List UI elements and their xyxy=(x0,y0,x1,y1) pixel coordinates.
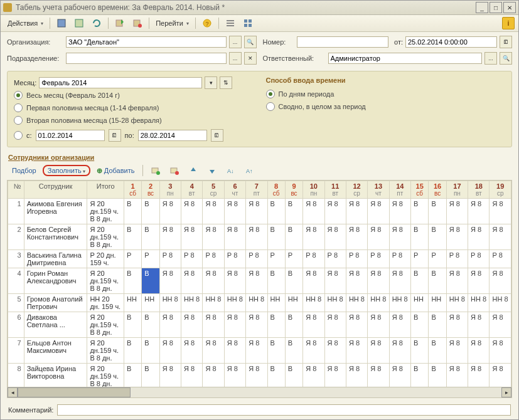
day-cell[interactable]: В xyxy=(267,268,285,294)
day-cell[interactable]: Я 8 xyxy=(224,268,245,294)
goto-menu[interactable]: Перейти▾ xyxy=(152,18,192,29)
scroll-left-icon[interactable]: ◂ xyxy=(8,387,18,397)
day-cell[interactable]: Я 8 xyxy=(490,312,511,338)
day-cell[interactable]: В xyxy=(267,224,285,250)
day-cell[interactable]: НН xyxy=(411,294,429,312)
col-day-6[interactable]: 6чт xyxy=(224,181,245,199)
day-cell[interactable]: Я 8 xyxy=(181,364,203,387)
day-cell[interactable]: Р 8 xyxy=(346,250,367,268)
post-icon[interactable] xyxy=(112,16,128,30)
day-cell[interactable]: Я 8 xyxy=(203,224,224,250)
day-cell[interactable]: Я 8 xyxy=(468,312,490,338)
day-cell[interactable]: В xyxy=(411,312,429,338)
day-cell[interactable]: Я 8 xyxy=(346,338,367,364)
month-dropdown-icon[interactable]: ▾ xyxy=(205,76,217,89)
add-button[interactable]: ⊕ Добавить xyxy=(93,165,139,176)
col-day-18[interactable]: 18вт xyxy=(468,181,490,199)
day-cell[interactable]: Я 8 xyxy=(181,312,203,338)
day-cell[interactable]: Р 8 xyxy=(389,250,410,268)
col-day-17[interactable]: 17пн xyxy=(446,181,468,199)
day-cell[interactable]: Р xyxy=(411,250,429,268)
settings-icon[interactable] xyxy=(240,16,256,30)
period-custom-radio[interactable] xyxy=(14,131,23,140)
day-cell[interactable]: Я 8 xyxy=(181,268,203,294)
refresh-icon[interactable] xyxy=(88,16,105,30)
col-day-1[interactable]: 1сб xyxy=(124,181,141,199)
maximize-button[interactable]: □ xyxy=(490,2,502,13)
day-cell[interactable]: НН xyxy=(142,294,159,312)
col-day-16[interactable]: 16вс xyxy=(429,181,446,199)
day-cell[interactable]: Я 8 xyxy=(446,364,468,387)
col-day-14[interactable]: 14пт xyxy=(389,181,410,199)
actions-menu[interactable]: Действия▾ xyxy=(4,18,46,29)
day-cell[interactable]: Я 8 xyxy=(224,224,245,250)
day-cell[interactable]: НН 8 xyxy=(246,294,267,312)
day-cell[interactable]: Я 8 xyxy=(303,338,324,364)
resp-input[interactable] xyxy=(328,53,483,64)
day-cell[interactable]: НН 8 xyxy=(368,294,389,312)
day-cell[interactable]: В xyxy=(267,338,285,364)
month-input[interactable] xyxy=(39,77,202,88)
delete-row-icon[interactable] xyxy=(166,164,183,177)
day-cell[interactable]: Я 8 xyxy=(324,364,346,387)
org-select-button[interactable]: ... xyxy=(229,36,242,48)
comment-input[interactable] xyxy=(57,404,511,416)
col-day-3[interactable]: 3пн xyxy=(159,181,181,199)
day-cell[interactable]: Я 8 xyxy=(468,364,490,387)
table-row[interactable]: 6 Дивакова Светлана ... Я 20 дн.159 ч. В… xyxy=(8,312,511,338)
list-icon[interactable] xyxy=(222,16,238,30)
period-from-input[interactable] xyxy=(36,130,105,141)
day-cell[interactable]: Я 8 xyxy=(389,268,410,294)
day-cell[interactable]: В xyxy=(429,199,446,224)
day-cell[interactable]: Я 8 xyxy=(468,338,490,364)
day-cell[interactable]: В xyxy=(285,199,302,224)
day-cell[interactable]: Я 8 xyxy=(159,224,181,250)
day-cell[interactable]: В xyxy=(142,268,159,294)
move-up-icon[interactable] xyxy=(185,164,201,177)
day-cell[interactable]: Я 8 xyxy=(389,224,410,250)
scroll-right-icon[interactable]: ▸ xyxy=(501,387,511,397)
day-cell[interactable]: Я 8 xyxy=(324,338,346,364)
day-cell[interactable]: В xyxy=(142,338,159,364)
day-cell[interactable]: Я 8 xyxy=(346,199,367,224)
day-cell[interactable]: Я 8 xyxy=(246,312,267,338)
day-cell[interactable]: В xyxy=(285,338,302,364)
close-button[interactable]: ✕ xyxy=(503,2,516,13)
day-cell[interactable]: НН 8 xyxy=(468,294,490,312)
day-cell[interactable]: Я 8 xyxy=(224,312,245,338)
day-cell[interactable]: Я 8 xyxy=(346,224,367,250)
day-cell[interactable]: В xyxy=(429,338,446,364)
day-cell[interactable]: Я 8 xyxy=(203,199,224,224)
col-day-4[interactable]: 4вт xyxy=(181,181,203,199)
day-cell[interactable]: Я 8 xyxy=(246,199,267,224)
day-cell[interactable]: Я 8 xyxy=(468,199,490,224)
day-cell[interactable]: НН 8 xyxy=(181,294,203,312)
org-search-icon[interactable]: 🔍 xyxy=(244,36,257,48)
day-cell[interactable]: Р xyxy=(124,250,141,268)
table-row[interactable]: 3 Васькина Галина Дмитриевна Р 20 дн. 15… xyxy=(8,250,511,268)
day-cell[interactable]: Я 8 xyxy=(324,224,346,250)
day-cell[interactable]: Я 8 xyxy=(368,268,389,294)
day-cell[interactable]: В xyxy=(142,364,159,387)
day-cell[interactable]: Я 8 xyxy=(346,364,367,387)
period-first-radio[interactable]: Первая половина месяца (1-14 февраля) xyxy=(14,102,254,114)
day-cell[interactable]: В xyxy=(429,224,446,250)
day-cell[interactable]: НН xyxy=(429,294,446,312)
table-row[interactable]: 7 Ельцов Антон Максимович Я 20 дн.159 ч.… xyxy=(8,338,511,364)
table-row[interactable]: 5 Громов Анатолий Петрович НН 20 дн. 159… xyxy=(8,294,511,312)
day-cell[interactable]: Я 8 xyxy=(368,224,389,250)
day-cell[interactable]: Я 8 xyxy=(203,338,224,364)
col-total[interactable]: Итого xyxy=(87,181,124,199)
day-cell[interactable]: В xyxy=(411,224,429,250)
day-cell[interactable]: НН xyxy=(267,294,285,312)
day-cell[interactable]: Я 8 xyxy=(368,199,389,224)
day-cell[interactable]: Р 8 xyxy=(224,250,245,268)
day-cell[interactable]: Я 8 xyxy=(446,199,468,224)
day-cell[interactable]: НН xyxy=(285,294,302,312)
day-cell[interactable]: Я 8 xyxy=(181,224,203,250)
day-cell[interactable]: Я 8 xyxy=(490,364,511,387)
day-cell[interactable]: Я 8 xyxy=(468,268,490,294)
day-cell[interactable]: Я 8 xyxy=(303,312,324,338)
day-cell[interactable]: НН 8 xyxy=(490,294,511,312)
day-cell[interactable]: Я 8 xyxy=(303,199,324,224)
